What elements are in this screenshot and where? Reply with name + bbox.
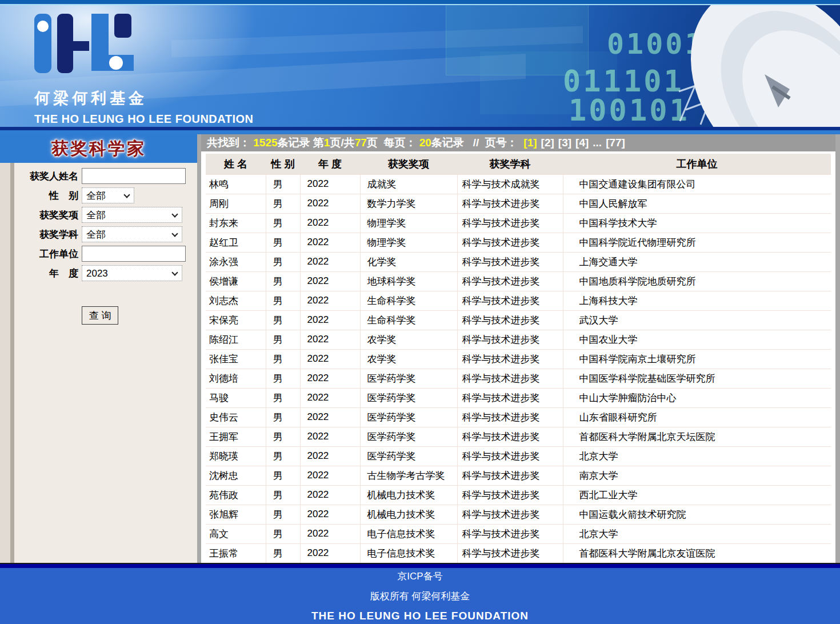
cell-year: 2022 — [300, 349, 360, 369]
cell-name: 陈绍江 — [206, 330, 266, 349]
main-panel: 共找到： 1525条记录 第1页/共77页 每页： 20条记录 // 页号： [… — [201, 134, 835, 563]
cell-name: 苑伟政 — [206, 485, 266, 505]
year-field-label: 年 度 — [14, 267, 82, 280]
copyright-line: 版权所有 何梁何利基金 — [370, 590, 470, 603]
cell-award: 医学药学奖 — [360, 427, 457, 446]
cell-gender: 男 — [266, 213, 300, 233]
awardee-name-input[interactable] — [82, 168, 186, 184]
cell-workunit: 南京大学 — [563, 466, 831, 485]
table-row: 张佳宝男2022农学奖科学与技术进步奖中国科学院南京土壤研究所 — [206, 349, 831, 369]
cell-year: 2022 — [300, 213, 360, 233]
footer-body: 京ICP备号 版权所有 何梁何利基金 THE HO LEUNG HO LEE F… — [0, 568, 840, 624]
cell-discipline: 科学与技术进步奖 — [457, 388, 563, 407]
cell-workunit: 北京大学 — [563, 524, 831, 543]
cell-discipline: 科学与技术进步奖 — [457, 271, 563, 291]
cell-name: 王振常 — [206, 543, 266, 563]
cell-name: 刘德培 — [206, 369, 266, 388]
table-row: 周刚男2022数学力学奖科学与技术进步奖中国人民解放军 — [206, 194, 831, 213]
cell-year: 2022 — [300, 466, 360, 485]
page-link[interactable]: [3] — [558, 137, 571, 149]
col-header-name: 姓 名 — [206, 154, 266, 174]
page-link[interactable]: [2] — [541, 137, 554, 149]
workunit-input[interactable] — [82, 246, 186, 262]
cell-workunit: 中国科学院近代物理研究所 — [563, 233, 831, 252]
cell-name: 郑晓瑛 — [206, 446, 266, 466]
table-row: 侯增谦男2022地球科学奖科学与技术进步奖中国地质科学院地质研究所 — [206, 271, 831, 291]
cell-gender: 男 — [266, 485, 300, 505]
table-row: 刘德培男2022医学药学奖科学与技术进步奖中国医学科学院基础医学研究所 — [206, 369, 831, 388]
cell-year: 2022 — [300, 505, 360, 524]
cell-workunit: 中国科学院南京土壤研究所 — [563, 349, 831, 369]
cell-year: 2022 — [300, 388, 360, 407]
found-label: 共找到： — [207, 135, 253, 150]
cell-gender: 男 — [266, 252, 300, 271]
table-header-row: 姓 名 性 别 年 度 获奖奖项 获奖学科 工作单位 — [206, 154, 831, 174]
cell-discipline: 科学与技术进步奖 — [457, 213, 563, 233]
cell-workunit: 西北工业大学 — [563, 485, 831, 505]
page-link-last[interactable]: [77] — [606, 137, 625, 149]
table-row: 郑晓瑛男2022医学药学奖科学与技术进步奖北京大学 — [206, 446, 831, 466]
total-pages: 77 — [355, 137, 367, 149]
col-header-award: 获奖奖项 — [360, 154, 457, 174]
cell-award: 机械电力技术奖 — [360, 505, 457, 524]
table-row: 王振常男2022电子信息技术奖科学与技术进步奖首都医科大学附属北京友谊医院 — [206, 543, 831, 563]
sidebar: 获奖科学家 获奖人姓名 性 别 全部 — [0, 134, 197, 563]
current-page: 1 — [324, 137, 330, 149]
page-no-label: 页号： — [479, 135, 523, 150]
cell-gender: 男 — [266, 505, 300, 524]
cell-name: 封东来 — [206, 213, 266, 233]
cell-discipline: 科学与技术进步奖 — [457, 349, 563, 369]
cell-gender: 男 — [266, 174, 300, 194]
cell-award: 医学药学奖 — [360, 407, 457, 427]
gender-select[interactable]: 全部 — [82, 187, 134, 203]
cell-discipline: 科学与技术进步奖 — [457, 194, 563, 213]
page-link-current[interactable]: [1] — [523, 137, 537, 149]
cell-award: 古生物学考古学奖 — [360, 466, 457, 485]
cell-year: 2022 — [300, 543, 360, 563]
cell-discipline: 科学与技术进步奖 — [457, 485, 563, 505]
org-name-en: THE HO LEUNG HO LEE FOUNDATION — [34, 113, 254, 126]
cell-name: 赵红卫 — [206, 233, 266, 252]
cell-workunit: 首都医科大学附属北京天坛医院 — [563, 427, 831, 446]
footer-navy-bar — [0, 564, 840, 568]
site-footer: 京ICP备号 版权所有 何梁何利基金 THE HO LEUNG HO LEE F… — [0, 563, 840, 624]
discipline-field-label: 获奖学科 — [14, 228, 82, 241]
cell-year: 2022 — [300, 174, 360, 194]
cell-workunit: 中国医学科学院基础医学研究所 — [563, 369, 831, 388]
discipline-select[interactable]: 全部 — [82, 226, 182, 242]
cell-year: 2022 — [300, 194, 360, 213]
cell-discipline: 科学与技术进步奖 — [457, 427, 563, 446]
cell-gender: 男 — [266, 291, 300, 310]
total-records: 1525 — [253, 137, 277, 149]
cell-name: 刘志杰 — [206, 291, 266, 310]
cell-gender: 男 — [266, 233, 300, 252]
cell-discipline: 科学与技术进步奖 — [457, 543, 563, 563]
cell-award: 成就奖 — [360, 174, 457, 194]
cell-award: 化学奖 — [360, 252, 457, 271]
award-select[interactable]: 全部 — [82, 207, 182, 223]
table-row: 宋保亮男2022生命科学奖科学与技术进步奖武汉大学 — [206, 310, 831, 330]
page-link[interactable]: [4] — [575, 137, 589, 149]
site-header: 1000 01001 011101 100101 何梁何利基金 THE HO — [0, 0, 840, 130]
search-button[interactable]: 查 询 — [82, 306, 118, 325]
cell-year: 2022 — [300, 427, 360, 446]
table-row: 林鸣男2022成就奖科学与技术成就奖中国交通建设集团有限公司 — [206, 174, 831, 194]
cell-gender: 男 — [266, 369, 300, 388]
year-select[interactable]: 2023 — [82, 265, 182, 281]
cell-workunit: 中国人民解放军 — [563, 194, 831, 213]
cell-name: 涂永强 — [206, 252, 266, 271]
table-row: 史伟云男2022医学药学奖科学与技术进步奖山东省眼科研究所 — [206, 407, 831, 427]
footer-org-en: THE HO LEUNG HO LEE FOUNDATION — [311, 610, 529, 622]
table-row: 涂永强男2022化学奖科学与技术进步奖上海交通大学 — [206, 252, 831, 271]
pagination-ellipsis: ... — [593, 137, 602, 149]
per-page-label: 每页： — [383, 135, 419, 150]
cell-workunit: 中国地质科学院地质研究所 — [563, 271, 831, 291]
cell-award: 数学力学奖 — [360, 194, 457, 213]
icp-link[interactable]: 京ICP备号 — [397, 570, 442, 583]
col-header-gender: 性 别 — [266, 154, 300, 174]
table-row: 王拥军男2022医学药学奖科学与技术进步奖首都医科大学附属北京天坛医院 — [206, 427, 831, 446]
cell-year: 2022 — [300, 330, 360, 349]
table-row: 封东来男2022物理学奖科学与技术进步奖中国科学技术大学 — [206, 213, 831, 233]
cell-discipline: 科学与技术进步奖 — [457, 330, 563, 349]
award-field-label: 获奖奖项 — [14, 209, 82, 222]
